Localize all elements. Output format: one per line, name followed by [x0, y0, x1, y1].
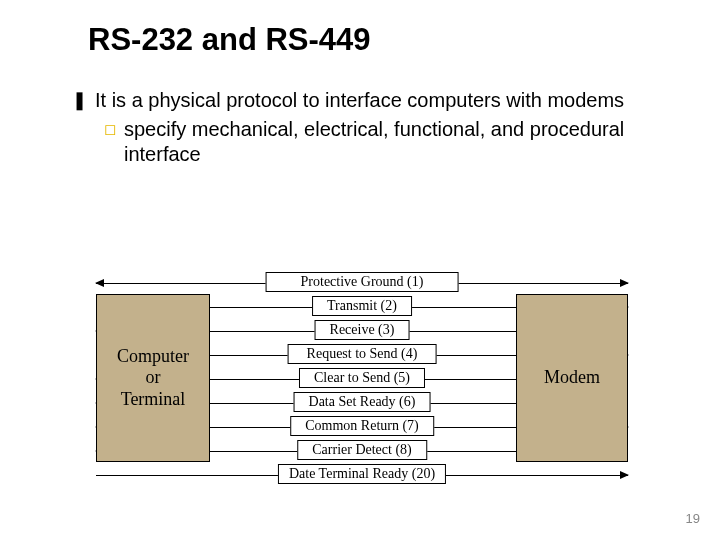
page-number: 19 [686, 511, 700, 526]
signal-label: Carrier Detect (8) [297, 440, 427, 460]
signal-label: Transmit (2) [312, 296, 412, 316]
bullet-level2-text: specify mechanical, electrical, function… [124, 117, 662, 167]
slide-title: RS-232 and RS-449 [88, 22, 371, 58]
arrow-right-icon [620, 279, 629, 287]
signal-label: Data Set Ready (6) [294, 392, 431, 412]
bullet-level1: ❚ It is a physical protocol to interface… [72, 88, 662, 113]
box-line: or [146, 367, 161, 389]
signal-label: Receive (3) [315, 320, 410, 340]
signal-label: Date Terminal Ready (20) [278, 464, 446, 484]
modem-box: Modem [516, 294, 628, 462]
box-line: Computer [117, 346, 189, 368]
arrow-left-icon [95, 279, 104, 287]
box-line: Modem [544, 367, 600, 389]
bullet-level2: ◻ specify mechanical, electrical, functi… [104, 117, 662, 167]
arrow-right-icon [620, 471, 629, 479]
bullet-list: ❚ It is a physical protocol to interface… [72, 88, 662, 167]
bullet-level1-text: It is a physical protocol to interface c… [95, 88, 624, 113]
box-line: Terminal [121, 389, 186, 411]
signal-label: Request to Send (4) [288, 344, 437, 364]
signal-row: Date Terminal Ready (20) [96, 464, 628, 486]
rs232-diagram: Protective Ground (1) Transmit (2) Recei… [96, 272, 628, 492]
computer-terminal-box: Computer or Terminal [96, 294, 210, 462]
bullet-symbol-z: ❚ [72, 88, 87, 113]
signal-label: Clear to Send (5) [299, 368, 425, 388]
signal-label: Common Return (7) [290, 416, 434, 436]
signal-row: Protective Ground (1) [96, 272, 628, 294]
bullet-symbol-y: ◻ [104, 117, 116, 167]
slide-root: RS-232 and RS-449 ❚ It is a physical pro… [0, 0, 720, 540]
signal-label: Protective Ground (1) [266, 272, 459, 292]
